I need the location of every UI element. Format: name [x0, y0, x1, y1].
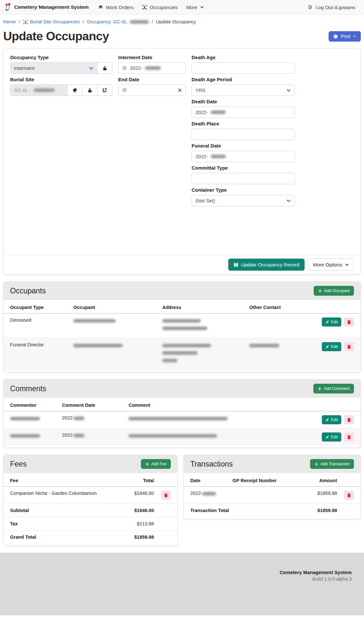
redacted-text	[162, 359, 177, 362]
trash-icon	[347, 435, 351, 439]
container-type-select[interactable]: (Not Set)	[192, 195, 295, 206]
logout-link[interactable]: Log Out d.gowans	[304, 5, 359, 10]
column-other-contact: Other Contact	[246, 300, 314, 314]
delete-comment-button[interactable]	[344, 432, 354, 442]
add-fee-label: Add Fee	[151, 462, 167, 466]
occupancy-type-unlock-button[interactable]	[97, 62, 112, 74]
fee-row: Companion Niche - Garden Columbarium $16…	[4, 487, 177, 504]
nav-work-orders[interactable]: Work Orders	[94, 5, 138, 10]
occupants-header-row: Occupant Type Occupant Address Other Con…	[4, 300, 360, 314]
fees-card: Fees Add Fee Fee Total	[3, 455, 178, 546]
trash-icon	[347, 493, 351, 497]
transaction-row: 2022- $1859.98	[184, 487, 360, 504]
print-button[interactable]: Print	[329, 31, 361, 42]
clear-x-icon[interactable]	[178, 88, 182, 92]
delete-occupant-button[interactable]	[344, 342, 354, 351]
delete-occupant-button[interactable]	[344, 317, 354, 327]
nav-more[interactable]: More	[182, 5, 208, 10]
transactions-table: Date GP Receipt Number Amount 2022- $185…	[184, 473, 360, 517]
pencil-icon	[325, 418, 329, 422]
caret-down-icon	[353, 35, 356, 38]
add-comment-button[interactable]: Add Comment	[313, 384, 354, 393]
fees-header-row: Fee Total	[4, 473, 177, 487]
nav-work-orders-label: Work Orders	[106, 5, 133, 10]
end-date-input[interactable]	[118, 84, 186, 96]
grand-total-value: $1859.98	[125, 531, 157, 544]
burial-site-clear-button[interactable]	[67, 84, 82, 96]
occupancy-type-select[interactable]: Interment	[10, 62, 97, 74]
form-col-3: Death Age Death Age Period YRS Death Dat…	[192, 55, 295, 209]
breadcrumb-current: Update Occupancy	[156, 19, 196, 24]
death-age-input[interactable]	[192, 62, 295, 74]
column-occupant-type: Occupant Type	[4, 300, 70, 314]
add-transaction-button[interactable]: Add Transaction	[310, 459, 354, 469]
occupant-type-cell: Funeral Director	[4, 338, 70, 370]
redacted-text	[129, 417, 228, 420]
redacted-text	[162, 344, 211, 347]
edit-comment-button[interactable]: Edit	[322, 432, 341, 442]
burial-site-unlock-button[interactable]	[82, 84, 97, 96]
occupant-name-cell	[70, 314, 159, 338]
fees-table: Fee Total Companion Niche - Garden Colum…	[4, 473, 177, 544]
trash-icon	[347, 418, 351, 422]
form-col-2: Interment Date 2022- End Date	[118, 55, 186, 99]
tulip-logo-icon	[5, 3, 11, 12]
comments-card: Comments Add Comment Commentor Comment D…	[3, 379, 361, 448]
update-occupancy-record-label: Update Occupancy Record	[241, 262, 299, 267]
printer-icon	[333, 34, 338, 39]
funeral-date-input[interactable]: 2022-	[192, 151, 295, 162]
breadcrumb-separator: /	[19, 19, 20, 24]
transactions-title: Transactions	[190, 460, 233, 469]
trash-icon	[347, 344, 351, 349]
burial-site-open-link-button[interactable]	[97, 84, 112, 96]
death-place-input[interactable]	[192, 129, 295, 140]
delete-comment-button[interactable]	[344, 415, 354, 424]
delete-transaction-button[interactable]	[344, 491, 354, 500]
transaction-total-row: Transaction Total $1859.98	[184, 504, 360, 517]
column-commentor: Commentor	[4, 398, 59, 411]
plus-icon	[318, 387, 322, 391]
add-fee-button[interactable]: Add Fee	[141, 459, 171, 469]
fees-subtotal-row: Subtotal $1646.00	[4, 504, 177, 517]
breadcrumb-home[interactable]: Home	[3, 19, 16, 24]
comments-title: Comments	[10, 384, 46, 393]
column-comment-date: Comment Date	[59, 398, 125, 411]
app-title: Cemetery Management System	[14, 4, 89, 10]
edit-comment-button[interactable]: Edit	[322, 415, 341, 424]
redacted-text	[162, 319, 201, 323]
calendar-icon	[122, 66, 127, 71]
burial-site-input[interactable]: GC-0L-	[10, 84, 68, 96]
interment-date-input[interactable]: 2022-	[118, 62, 186, 74]
chevron-down-icon	[345, 263, 349, 267]
edit-occupant-button[interactable]: Edit	[322, 317, 341, 327]
burial-site-label: Burial Site	[10, 77, 112, 82]
death-age-period-field: Death Age Period YRS	[192, 77, 295, 96]
nav-occupancies[interactable]: Occupancies	[138, 5, 182, 10]
column-occupant: Occupant	[70, 300, 159, 314]
column-comment: Comment	[125, 398, 314, 411]
add-occupant-button[interactable]: Add Occupant	[314, 286, 354, 296]
occupant-row: Deceased Edit	[4, 314, 360, 338]
comment-row: 2022 Edit	[4, 429, 360, 446]
more-options-button[interactable]: More Options	[308, 259, 354, 271]
calendar-icon	[122, 88, 127, 93]
death-date-input[interactable]: 2022-	[192, 107, 295, 118]
update-occupancy-record-button[interactable]: Update Occupancy Record	[228, 259, 305, 271]
occupant-other-contact-cell	[246, 314, 314, 338]
breadcrumb-occupancy[interactable]: Occupancy: GC-0L	[87, 19, 149, 24]
death-age-period-select[interactable]: YRS	[192, 84, 295, 96]
breadcrumb-burial-site-occupancies[interactable]: Burial Site Occupancies	[23, 19, 80, 24]
comments-table: Commentor Comment Date Comment 2022	[4, 398, 360, 445]
fee-total-cell: $1646.00	[125, 487, 157, 504]
fees-title: Fees	[10, 460, 27, 469]
death-date-field: Death Date 2022-	[192, 99, 295, 118]
column-fee: Fee	[4, 473, 125, 487]
delete-fee-button[interactable]	[161, 491, 171, 500]
committal-type-input[interactable]	[192, 173, 295, 184]
redacted-text	[129, 434, 217, 438]
plus-icon	[318, 289, 322, 293]
edit-occupant-button[interactable]: Edit	[322, 342, 341, 351]
chevron-down-icon	[200, 5, 204, 9]
transactions-card: Transactions Add Transaction Date GP Rec…	[183, 455, 361, 519]
redacted-text	[162, 327, 207, 330]
